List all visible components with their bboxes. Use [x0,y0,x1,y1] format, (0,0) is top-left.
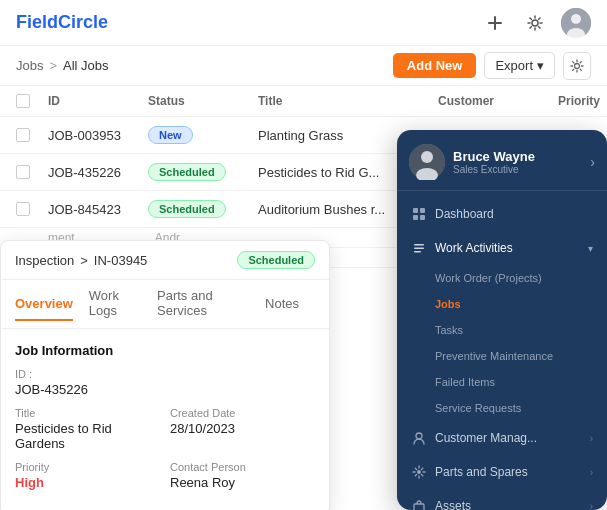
mobile-nav: Dashboard Work Activities ▾ [397,191,607,510]
inspection-breadcrumb: Inspection > IN-03945 [15,253,147,268]
created-date-cell: Created Date 28/10/2023 [170,407,315,451]
job-id-row: ID : JOB-435226 [15,368,315,397]
status-badge: Scheduled [148,163,226,181]
sidebar-item-parts-spares[interactable]: Parts and Spares › [397,455,607,489]
id-value: JOB-435226 [15,382,315,397]
sidebar-item-dashboard[interactable]: Dashboard [397,197,607,231]
svg-point-2 [571,14,581,24]
assets-chevron-icon: › [590,501,593,511]
col-status: Status [148,94,258,108]
row-checkbox[interactable] [16,165,30,179]
svg-rect-17 [414,504,424,510]
svg-point-4 [575,63,580,68]
user-chevron-icon: › [590,154,595,170]
breadcrumb-current: All Jobs [63,58,109,73]
breadcrumb-bar: Jobs > All Jobs Add New Export ▾ [0,46,607,86]
contact-label: Contact Person [170,461,315,473]
top-nav: FieldCircle [0,0,607,46]
chevron-down-icon: ▾ [537,58,544,73]
mobile-user-name: Bruce Wayne [453,149,535,164]
contact-value: Reena Roy [170,475,315,490]
dashboard-label: Dashboard [435,207,494,221]
title-cell: Title Pesticides to Rid Gardens [15,407,160,451]
parts-spares-label: Parts and Spares [435,465,528,479]
svg-point-6 [421,151,433,163]
table-header: ID Status Title Customer Priority [0,86,607,117]
status-badge: Scheduled [148,200,226,218]
settings-icon[interactable] [521,9,549,37]
col-title: Title [258,94,438,108]
inspection-header: Inspection > IN-03945 Scheduled [1,241,329,280]
id-label: ID : [15,368,315,380]
add-new-button[interactable]: Add New [393,53,477,78]
row-checkbox[interactable] [16,202,30,216]
inspection-parent[interactable]: Inspection [15,253,74,268]
job-id: JOB-435226 [48,165,148,180]
breadcrumb: Jobs > All Jobs [16,58,109,73]
breadcrumb-actions: Add New Export ▾ [393,52,591,80]
tab-overview[interactable]: Overview [15,288,73,321]
mobile-user-info: Bruce Wayne Sales Excutive [409,144,535,180]
assets-icon [411,498,427,510]
inspection-tabs: Overview Work Logs Parts and Services No… [1,280,329,329]
sidebar-subitem-failed-items[interactable]: Failed Items [397,369,607,395]
svg-point-0 [532,20,538,26]
svg-rect-12 [414,244,424,246]
brand-logo: FieldCircle [16,12,108,33]
svg-rect-14 [414,251,421,253]
breadcrumb-parent[interactable]: Jobs [16,58,43,73]
svg-point-16 [417,470,421,474]
nav-icons [481,8,591,38]
sidebar-subitem-tasks[interactable]: Tasks [397,317,607,343]
status-badge: New [148,126,193,144]
sidebar-subitem-work-order[interactable]: Work Order (Projects) [397,265,607,291]
breadcrumb-separator: > [49,58,57,73]
tab-work-logs[interactable]: Work Logs [89,280,141,328]
add-icon[interactable] [481,9,509,37]
created-date-label: Created Date [170,407,315,419]
select-all-checkbox[interactable] [16,94,30,108]
mobile-avatar [409,144,445,180]
sidebar-subitem-service-requests[interactable]: Service Requests [397,395,607,421]
svg-rect-8 [413,208,418,213]
inspection-status-badge: Scheduled [237,251,315,269]
col-customer: Customer [438,94,558,108]
user-avatar[interactable] [561,8,591,38]
mobile-user-header[interactable]: Bruce Wayne Sales Excutive › [397,130,607,191]
row-checkbox[interactable] [16,128,30,142]
sidebar-item-customer-manage[interactable]: Customer Manag... › [397,421,607,455]
export-button[interactable]: Export ▾ [484,52,555,79]
table-settings-button[interactable] [563,52,591,80]
dashboard-icon [411,206,427,222]
created-date-value: 28/10/2023 [170,421,315,436]
mobile-sidebar-panel: Bruce Wayne Sales Excutive › [397,130,607,510]
sidebar-item-work-activities[interactable]: Work Activities ▾ [397,231,607,265]
title-value: Pesticides to Rid Gardens [15,421,160,451]
job-id: JOB-845423 [48,202,148,217]
info-grid: Title Pesticides to Rid Gardens Created … [15,407,315,490]
parts-spares-chevron-icon: › [590,467,593,478]
assets-label: Assets [435,499,471,510]
svg-rect-10 [413,215,418,220]
sidebar-subitem-jobs[interactable]: Jobs [397,291,607,317]
job-id: JOB-003953 [48,128,148,143]
mobile-user-role: Sales Excutive [453,164,535,175]
priority-cell: Priority High [15,461,160,490]
sidebar-item-assets[interactable]: Assets › [397,489,607,510]
inspection-id: IN-03945 [94,253,147,268]
tab-parts-services[interactable]: Parts and Services [157,280,249,328]
title-label: Title [15,407,160,419]
col-id: ID [48,94,148,108]
parts-spares-icon [411,464,427,480]
contact-cell: Contact Person Reena Roy [170,461,315,490]
inspection-separator: > [80,253,88,268]
work-activities-expand-icon: ▾ [588,243,593,254]
section-title: Job Information [15,343,315,358]
tab-notes[interactable]: Notes [265,288,299,321]
header-checkbox-cell [16,94,48,108]
svg-point-15 [416,433,422,439]
col-priority: Priority [558,94,607,108]
svg-rect-9 [420,208,425,213]
inspection-panel: Inspection > IN-03945 Scheduled Overview… [0,240,330,510]
sidebar-subitem-preventive[interactable]: Preventive Maintenance [397,343,607,369]
